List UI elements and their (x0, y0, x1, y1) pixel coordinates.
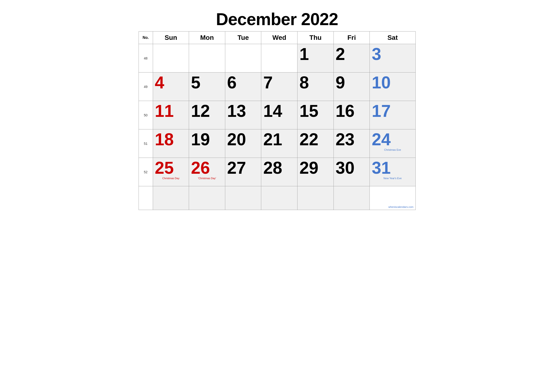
day-number: 6 (227, 74, 259, 91)
day-number: 10 (372, 74, 413, 91)
calendar-day: 23 (333, 129, 370, 158)
calendar-day: 30 (333, 158, 370, 186)
day-number: 13 (227, 102, 259, 119)
calendar-container: December 2022 No. Sun Mon Tue Wed Thu Fr… (138, 5, 416, 210)
day-number: 4 (155, 74, 187, 91)
day-number: 29 (299, 159, 332, 176)
calendar-day: 1 (298, 44, 334, 72)
calendar-day: 9 (333, 72, 370, 101)
day-number: 28 (263, 159, 295, 176)
calendar-day (189, 44, 225, 72)
calendar-day: 8 (298, 72, 334, 101)
calendar-day: 3 (370, 44, 416, 72)
day-number: 2 (336, 46, 368, 63)
empty-thu (298, 186, 334, 210)
week-row: 5118192021222324Christmas Eve (138, 129, 416, 158)
calendar-day: 20 (225, 129, 261, 158)
calendar-day: 7 (261, 72, 298, 101)
calendar-day: 16 (333, 101, 370, 129)
week-num-52: 52 (138, 158, 153, 186)
header-fri: Fri (333, 32, 370, 44)
day-number: 31 (372, 159, 413, 176)
calendar-day (225, 44, 261, 72)
week-num-empty (138, 186, 153, 210)
header-mon: Mon (189, 32, 225, 44)
day-number: 25 (155, 159, 187, 176)
day-number: 24 (372, 131, 413, 148)
website-link[interactable]: wheniscalendars.com (372, 205, 413, 208)
calendar-day: 28 (261, 158, 298, 186)
calendar-day: 6 (225, 72, 261, 101)
calendar-day: 22 (298, 129, 334, 158)
week-row: 5011121314151617 (138, 101, 416, 129)
calendar-day: 24Christmas Eve (370, 129, 416, 158)
calendar-day: 21 (261, 129, 298, 158)
calendar-day: 11 (153, 101, 189, 129)
day-number: 22 (299, 131, 332, 148)
calendar-day: 25Christmas Day (153, 158, 189, 186)
calendar-day: 2 (333, 44, 370, 72)
day-number: 7 (263, 74, 295, 91)
day-number: 16 (336, 102, 368, 119)
calendar-day: 18 (153, 129, 189, 158)
calendar-day: 31New Year's Eve (370, 158, 416, 186)
day-number: 23 (336, 131, 368, 148)
calendar-day: 15 (298, 101, 334, 129)
calendar-day: 19 (189, 129, 225, 158)
header-row: No. Sun Mon Tue Wed Thu Fri Sat (138, 32, 416, 44)
day-number: 30 (336, 159, 368, 176)
empty-mon (189, 186, 225, 210)
calendar-day (153, 44, 189, 72)
day-number: 15 (299, 102, 332, 119)
calendar-day: 4 (153, 72, 189, 101)
header-wed: Wed (261, 32, 298, 44)
calendar-day: 29 (298, 158, 334, 186)
day-number: 21 (263, 131, 295, 148)
header-tue: Tue (225, 32, 261, 44)
day-number: 18 (155, 131, 187, 148)
week-num-49: 49 (138, 72, 153, 101)
day-number: 9 (336, 74, 368, 91)
header-sat: Sat (370, 32, 416, 44)
empty-sun (153, 186, 189, 210)
calendar-day: 13 (225, 101, 261, 129)
calendar-day (261, 44, 298, 72)
calendar-day: 26'Christmas Day' (189, 158, 225, 186)
day-number: 3 (372, 46, 413, 63)
day-number: 11 (155, 102, 187, 119)
calendar-day: 12 (189, 101, 225, 129)
day-number: 14 (263, 102, 295, 119)
calendar-day: 14 (261, 101, 298, 129)
header-thu: Thu (298, 32, 334, 44)
day-number: 5 (191, 74, 223, 91)
empty-tue (225, 186, 261, 210)
week-row: 48123 (138, 44, 416, 72)
day-number: 27 (227, 159, 259, 176)
calendar-table: No. Sun Mon Tue Wed Thu Fri Sat 48123494… (138, 31, 416, 210)
empty-row: wheniscalendars.com (138, 186, 416, 210)
calendar-day: 17 (370, 101, 416, 129)
day-number: 26 (191, 159, 223, 176)
day-number: 17 (372, 102, 413, 119)
week-num-50: 50 (138, 101, 153, 129)
day-number: 20 (227, 131, 259, 148)
calendar-body: 4812349456789105011121314151617511819202… (138, 44, 416, 210)
day-number: 19 (191, 131, 223, 148)
empty-wed (261, 186, 298, 210)
header-sun: Sun (153, 32, 189, 44)
day-number: 1 (299, 46, 332, 63)
header-no: No. (138, 32, 153, 44)
calendar-day: 5 (189, 72, 225, 101)
empty-fri (333, 186, 370, 210)
calendar-day: 27 (225, 158, 261, 186)
week-row: 4945678910 (138, 72, 416, 101)
week-row: 5225Christmas Day26'Christmas Day'272829… (138, 158, 416, 186)
week-num-48: 48 (138, 44, 153, 72)
calendar-day: 10 (370, 72, 416, 101)
day-number: 8 (299, 74, 332, 91)
week-num-51: 51 (138, 129, 153, 158)
day-number: 12 (191, 102, 223, 119)
calendar-title: December 2022 (138, 5, 416, 31)
empty-sat: wheniscalendars.com (370, 186, 416, 210)
